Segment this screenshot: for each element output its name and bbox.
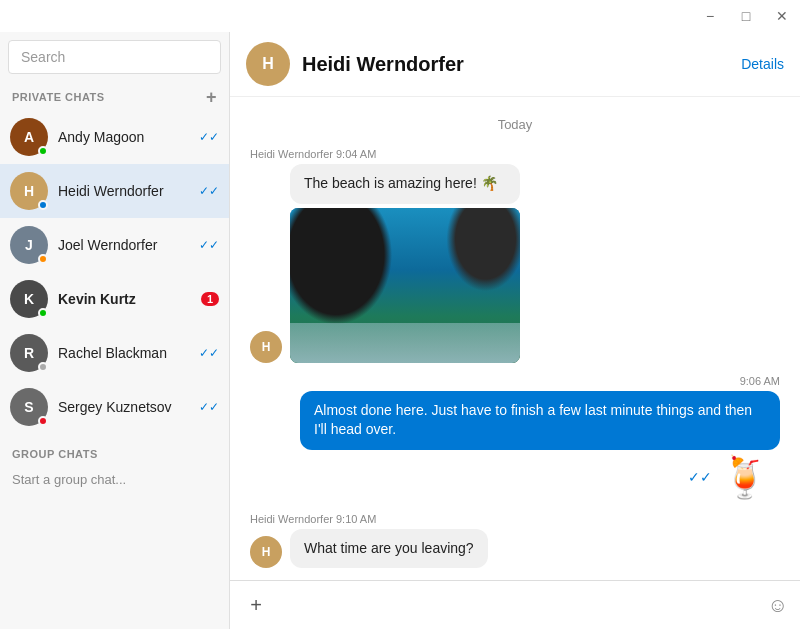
- contact-name-sergey: Sergey Kuznetsov: [58, 399, 195, 415]
- avatar-joel: J: [10, 226, 48, 264]
- msg-row-incoming-2: H What time are you leaving?: [250, 529, 488, 569]
- msg-row-incoming-1: H The beach is amazing here! 🌴: [250, 164, 520, 363]
- group-chats-header: GROUP CHATS: [0, 442, 229, 464]
- beach-image: [290, 208, 520, 363]
- search-input[interactable]: Search: [8, 40, 221, 74]
- add-chat-button[interactable]: +: [206, 88, 217, 106]
- status-dot-kevin: [38, 308, 48, 318]
- message-group-incoming-1: Heidi Werndorfer 9:04 AM H The beach is …: [250, 148, 780, 363]
- maximize-button[interactable]: □: [736, 6, 756, 26]
- status-dot-rachel: [38, 362, 48, 372]
- add-attachment-button[interactable]: +: [242, 591, 270, 619]
- status-dot-heidi: [38, 200, 48, 210]
- message-group-outgoing-1: 9:06 AM Almost done here. Just have to f…: [250, 375, 780, 501]
- emoji-row: ✓✓ 🍹: [688, 454, 780, 501]
- double-check-icon: ✓✓: [688, 469, 712, 485]
- contact-item-joel[interactable]: J Joel Werndorfer ✓✓: [0, 218, 229, 272]
- sidebar: Search PRIVATE CHATS + A Andy Magoon ✓✓ …: [0, 32, 230, 629]
- avatar-rachel: R: [10, 334, 48, 372]
- check-icon-andy: ✓✓: [199, 130, 219, 144]
- check-icon-heidi: ✓✓: [199, 184, 219, 198]
- avatar-sergey: S: [10, 388, 48, 426]
- status-dot-andy: [38, 146, 48, 156]
- chat-header-name: Heidi Werndorfer: [302, 53, 741, 76]
- main-layout: Search PRIVATE CHATS + A Andy Magoon ✓✓ …: [0, 32, 800, 629]
- contact-name-kevin: Kevin Kurtz: [58, 291, 197, 307]
- contact-item-kevin[interactable]: K Kevin Kurtz 1: [0, 272, 229, 326]
- msg-meta-incoming-2: Heidi Werndorfer 9:10 AM: [250, 513, 376, 525]
- private-chats-label: PRIVATE CHATS: [12, 91, 105, 103]
- msg-meta-outgoing-1: 9:06 AM: [740, 375, 780, 387]
- unread-badge-kevin: 1: [201, 292, 219, 306]
- details-link[interactable]: Details: [741, 56, 784, 72]
- contact-item-heidi[interactable]: H Heidi Werndorfer ✓✓: [0, 164, 229, 218]
- msg-content-incoming-1: The beach is amazing here! 🌴: [290, 164, 520, 363]
- private-chats-header: PRIVATE CHATS +: [0, 82, 229, 110]
- msg-content-outgoing-1: Almost done here. Just have to finish a …: [300, 391, 780, 450]
- contact-name-joel: Joel Werndorfer: [58, 237, 195, 253]
- chat-header: H Heidi Werndorfer Details: [230, 32, 800, 97]
- check-icon-sergey: ✓✓: [199, 400, 219, 414]
- bubble-text-incoming-1: The beach is amazing here! 🌴: [290, 164, 520, 204]
- emoji-picker-button[interactable]: ☺: [768, 594, 788, 617]
- header-avatar: H: [246, 42, 290, 86]
- msg-row-outgoing-1: Almost done here. Just have to finish a …: [300, 391, 780, 450]
- contact-name-heidi: Heidi Werndorfer: [58, 183, 195, 199]
- msg-avatar-heidi-1: H: [250, 331, 282, 363]
- msg-meta-incoming-1: Heidi Werndorfer 9:04 AM: [250, 148, 376, 160]
- avatar-andy: A: [10, 118, 48, 156]
- close-button[interactable]: ✕: [772, 6, 792, 26]
- group-chats-label: GROUP CHATS: [12, 448, 98, 460]
- message-input[interactable]: [278, 589, 760, 621]
- messages-area: Today Heidi Werndorfer 9:04 AM H The bea…: [230, 97, 800, 580]
- minimize-button[interactable]: −: [700, 6, 720, 26]
- contact-item-rachel[interactable]: R Rachel Blackman ✓✓: [0, 326, 229, 380]
- contact-name-andy: Andy Magoon: [58, 129, 195, 145]
- status-dot-sergey: [38, 416, 48, 426]
- contact-item-andy[interactable]: A Andy Magoon ✓✓: [0, 110, 229, 164]
- group-chats-section: GROUP CHATS Start a group chat...: [0, 442, 229, 495]
- cocktail-emoji: 🍹: [720, 454, 770, 501]
- input-area: + ☺: [230, 580, 800, 629]
- status-dot-joel: [38, 254, 48, 264]
- avatar-kevin: K: [10, 280, 48, 318]
- bubble-text-incoming-2: What time are you leaving?: [290, 529, 488, 569]
- date-divider: Today: [250, 117, 780, 132]
- message-group-incoming-2: Heidi Werndorfer 9:10 AM H What time are…: [250, 513, 780, 569]
- msg-content-incoming-2: What time are you leaving?: [290, 529, 488, 569]
- bubble-text-outgoing-1: Almost done here. Just have to finish a …: [300, 391, 780, 450]
- contact-item-sergey[interactable]: S Sergey Kuznetsov ✓✓: [0, 380, 229, 434]
- avatar-heidi: H: [10, 172, 48, 210]
- contact-list: A Andy Magoon ✓✓ H Heidi Werndorfer ✓✓ J: [0, 110, 229, 434]
- contact-name-rachel: Rachel Blackman: [58, 345, 195, 361]
- title-bar: − □ ✕: [0, 0, 800, 32]
- msg-avatar-heidi-2: H: [250, 536, 282, 568]
- check-icon-joel: ✓✓: [199, 238, 219, 252]
- check-icon-rachel: ✓✓: [199, 346, 219, 360]
- chat-area: H Heidi Werndorfer Details Today Heidi W…: [230, 32, 800, 629]
- start-group-chat[interactable]: Start a group chat...: [0, 464, 229, 495]
